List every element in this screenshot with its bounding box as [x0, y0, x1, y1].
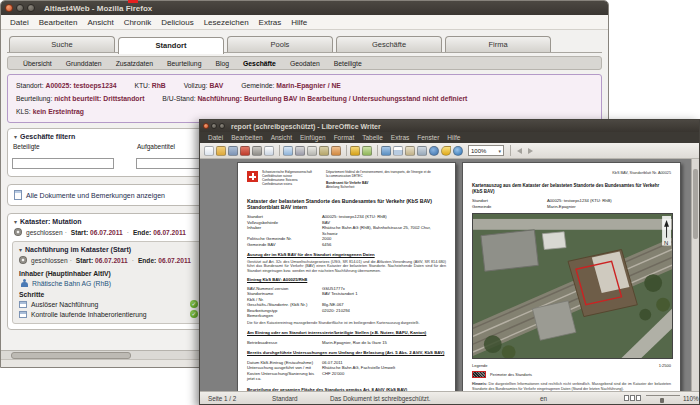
open-icon[interactable] — [216, 146, 226, 156]
menu-extras[interactable]: Extras — [254, 18, 287, 27]
print-icon[interactable] — [252, 146, 262, 156]
vertical-scrollbar[interactable] — [691, 159, 699, 391]
subtab-geschaefte[interactable]: Geschäfte — [236, 60, 283, 67]
subtab-blog[interactable]: Blog — [208, 60, 236, 67]
step-link[interactable]: Auslöser Nachführung — [31, 301, 190, 308]
menu-bearbeiten[interactable]: Bearbeiten — [227, 134, 266, 141]
draw-functions-icon[interactable] — [405, 146, 415, 156]
end-label: Ende: — [133, 229, 151, 236]
menu-bearbeiten[interactable]: Bearbeiten — [34, 18, 83, 27]
close-button[interactable] — [5, 4, 13, 12]
menu-datei[interactable]: Datei — [204, 134, 227, 141]
tab-pools[interactable]: Pools — [227, 36, 333, 52]
nachfuehrung-box: ▾Nachführung im Kataster (Start) geschlo… — [12, 241, 206, 324]
menu-chronik[interactable]: Chronik — [119, 18, 157, 27]
help-icon[interactable] — [453, 146, 463, 156]
view-layout-buttons[interactable] — [624, 395, 642, 401]
previous-page-icon[interactable] — [517, 148, 522, 154]
clone-formatting-icon[interactable] — [331, 146, 341, 156]
subtab-beteiligte[interactable]: Beteiligte — [327, 60, 369, 67]
report-field-label: Inhaber — [247, 225, 322, 236]
geschaefte-filter-box: ▾Geschäfte filtern Beteiligte Aufgabenti… — [7, 128, 211, 177]
firefox-menubar: Datei Bearbeiten Ansicht Chronik Delicio… — [1, 15, 608, 30]
menu-delicious[interactable]: Delicious — [156, 18, 198, 27]
scrollbar-thumb[interactable] — [11, 352, 131, 359]
beteiligte-input[interactable] — [12, 158, 114, 169]
subtab-grunddaten[interactable]: Grunddaten — [59, 60, 109, 67]
maximize-button[interactable] — [27, 4, 35, 12]
menu-ansicht[interactable]: Ansicht — [267, 134, 296, 141]
undo-icon[interactable] — [350, 146, 360, 156]
copy-icon[interactable] — [307, 146, 317, 156]
nachfuehrung-header[interactable]: ▾Nachführung im Kataster (Start) — [17, 244, 201, 254]
menu-lesezeichen[interactable]: Lesezeichen — [199, 18, 254, 27]
scrollbar-thumb[interactable] — [693, 169, 698, 239]
spellcheck-icon[interactable] — [283, 146, 293, 156]
filter-header[interactable]: ▾Geschäfte filtern — [12, 131, 206, 141]
menu-hilfe[interactable]: Hilfe — [286, 18, 312, 27]
menu-ansicht[interactable]: Ansicht — [82, 18, 118, 27]
info-value: nicht beurteilt: Drittstandort — [54, 95, 144, 102]
toolbar-separator — [346, 145, 347, 156]
zoom-slider-knob[interactable] — [660, 398, 664, 403]
subtab-uebersicht[interactable]: Übersicht — [16, 60, 59, 67]
find-replace-icon[interactable] — [417, 146, 427, 156]
status-page-number[interactable]: Seite 1 / 2 — [208, 395, 236, 402]
minimize-button[interactable] — [16, 4, 24, 12]
export-pdf-icon[interactable] — [240, 146, 250, 156]
report-page-1: Schweizerische Eidgenossenschaft Confédé… — [237, 162, 456, 391]
gallery-icon[interactable] — [441, 146, 451, 156]
chevron-down-icon: ▾ — [498, 148, 501, 154]
show-all-documents-link[interactable]: Alle Dokumente und Bemerkungen anzeigen — [26, 192, 165, 199]
menu-einfuegen[interactable]: Einfügen — [296, 134, 330, 141]
tab-geschaefte[interactable]: Geschäfte — [336, 36, 442, 52]
zoom-combobox[interactable]: 100% ▾ — [468, 145, 504, 156]
close-button[interactable] — [203, 123, 209, 129]
subsection-header: Eintrag KbS BAV: A00025/RhB — [247, 277, 446, 282]
kataster-header[interactable]: ▾Kataster: Mutation — [12, 216, 206, 226]
status-page-style[interactable]: Standard — [272, 395, 298, 402]
menu-tabelle[interactable]: Tabelle — [358, 134, 387, 141]
status-info-text: Das Dokument ist schreibgeschützt. — [330, 395, 430, 402]
step-link[interactable]: Kontrolle laufende Inhaberorientierung — [31, 311, 190, 318]
status-zoom-percent[interactable]: 110% — [683, 395, 699, 402]
redo-icon[interactable] — [362, 146, 372, 156]
tab-standort[interactable]: Standort — [118, 37, 224, 54]
paste-icon[interactable] — [319, 146, 329, 156]
firefox-titlebar[interactable]: Altlast4Web - Mozilla Firefox — [1, 1, 608, 15]
inhaber-link[interactable]: Rhätische Bahn AG (RhB) — [32, 280, 111, 287]
minimize-button[interactable] — [211, 123, 217, 129]
hyperlink-icon[interactable] — [381, 146, 391, 156]
menu-hilfe[interactable]: Hilfe — [443, 134, 464, 141]
gear-icon — [14, 228, 22, 236]
next-page-icon[interactable] — [528, 148, 533, 154]
dot-separator: · — [65, 229, 67, 236]
status-language[interactable]: en — [540, 395, 547, 402]
zoom-slider[interactable] — [646, 395, 680, 396]
page-preview-icon[interactable] — [264, 146, 274, 156]
info-line-2: Beurteilung: nicht beurteilt: Drittstand… — [16, 92, 593, 105]
tab-firma[interactable]: Firma — [445, 36, 551, 52]
inhaber-row: Rhätische Bahn AG (RhB) — [21, 279, 201, 287]
save-icon[interactable] — [228, 146, 238, 156]
subtab-geodaten[interactable]: Geodaten — [283, 60, 327, 67]
dot-separator: · — [70, 257, 72, 264]
subtab-beurteilung[interactable]: Beurteilung — [160, 60, 208, 67]
info-label: B/U-Stand: — [162, 95, 195, 102]
writer-titlebar[interactable]: report (schreibgeschützt) - LibreOffice … — [200, 120, 699, 132]
subtab-zusatzdaten[interactable]: Zusatzdaten — [109, 60, 160, 67]
report-field-label: Kosten Untersuchung/Sanierung bis jetzt … — [247, 371, 322, 382]
menu-extras[interactable]: Extras — [387, 134, 413, 141]
aufgabentitel-input[interactable] — [136, 158, 206, 169]
navigator-icon[interactable] — [429, 146, 439, 156]
menu-format[interactable]: Format — [330, 134, 359, 141]
map-title: Kartenauszug aus dem Kataster der belast… — [472, 183, 671, 194]
cut-icon[interactable] — [295, 146, 305, 156]
new-document-icon[interactable] — [204, 146, 214, 156]
tab-suche[interactable]: Suche — [9, 36, 115, 52]
menu-fenster[interactable]: Fenster — [413, 134, 443, 141]
maximize-button[interactable] — [219, 123, 225, 129]
insert-table-icon[interactable] — [393, 146, 403, 156]
menu-datei[interactable]: Datei — [5, 18, 34, 27]
aufgabentitel-label: Aufgabentitel — [137, 143, 206, 150]
